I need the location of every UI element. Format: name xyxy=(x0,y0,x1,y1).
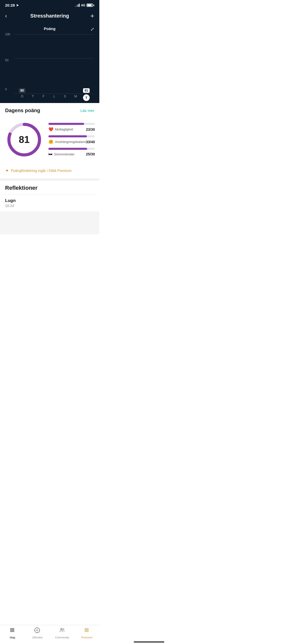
mottaglighet-icon: ❤️ xyxy=(48,127,53,132)
metric-anstrangningsbalans-fill xyxy=(48,135,87,137)
expand-icon[interactable]: ⤢ xyxy=(90,26,94,32)
add-button[interactable]: + xyxy=(85,12,94,20)
metric-somnmonster-fill xyxy=(48,148,87,150)
bar-s: 0 xyxy=(60,88,70,94)
signal-icon xyxy=(75,4,80,7)
x-label-s: S xyxy=(60,94,70,101)
x-label-t2: T xyxy=(81,94,92,101)
bar-chart: 100 50 0 80 0 0 xyxy=(5,32,94,103)
y-label-100: 100 xyxy=(5,33,10,36)
metric-mottaglighet-fill xyxy=(48,123,84,125)
battery-icon xyxy=(87,4,94,7)
y-label-50: 50 xyxy=(5,58,8,62)
premium-link[interactable]: ✦ Poängfördelning ingår i Fitbit Premium xyxy=(0,165,99,179)
metric-anstrangningsbalans-info: 🤗 Ansträngningsbalans 33/40 xyxy=(48,139,95,144)
premium-dots-icon: ✦ xyxy=(5,168,9,173)
location-icon: ➤ xyxy=(16,3,19,7)
x-label-m: M xyxy=(70,94,81,101)
bar-m: 0 xyxy=(70,88,81,94)
page-header: ‹ Stresshantering + xyxy=(0,9,99,24)
bottom-spacer xyxy=(0,211,99,234)
reflection-item-lugn: Lugn 18:24 xyxy=(5,194,94,211)
bar-l: 0 xyxy=(49,88,60,94)
network-type: 4G xyxy=(81,3,85,7)
dagens-poang-title: Dagens poäng xyxy=(5,108,40,113)
metric-mottaglighet: ❤️ Mottaglighet 23/30 xyxy=(48,123,95,132)
x-label-t1: T xyxy=(28,94,38,101)
metric-somnmonster-info: 🛏 Sömnmönster 25/30 xyxy=(48,152,95,156)
metric-mottaglighet-info: ❤️ Mottaglighet 23/30 xyxy=(48,127,95,132)
reflection-name: Lugn xyxy=(5,198,94,203)
metric-anstrangningsbalans-bar xyxy=(48,135,95,137)
y-label-0: 0 xyxy=(5,87,7,91)
chart-title: Poäng xyxy=(5,26,94,31)
chart-section: Poäng ⤢ 100 50 0 80 0 0 xyxy=(0,24,99,103)
read-more-link[interactable]: Läs mer xyxy=(80,108,94,113)
status-bar: 20:28 ➤ 4G xyxy=(0,0,99,9)
somnmonster-icon: 🛏 xyxy=(48,152,52,156)
donut-score: 81 xyxy=(19,134,30,145)
metric-mottaglighet-bar xyxy=(48,123,95,125)
bar-t1: 0 xyxy=(28,88,38,94)
metric-somnmonster-bar xyxy=(48,148,95,150)
status-time-area: 20:28 ➤ xyxy=(5,3,19,7)
bar-f: 0 xyxy=(38,88,49,94)
anstrangningsbalans-value: 33/40 xyxy=(86,140,95,144)
chart-bars-container: 80 0 0 0 0 xyxy=(14,32,94,94)
chart-x-labels: O T F L S M T xyxy=(14,94,94,101)
bar-t2: 81 xyxy=(81,88,92,94)
dagens-poang-header: Dagens poäng Läs mer xyxy=(0,103,99,116)
somnmonster-value: 25/30 xyxy=(86,152,95,156)
reflektioner-section: Reflektioner Lugn 18:24 xyxy=(0,181,99,211)
section-separator xyxy=(0,179,99,181)
donut-chart: 81 xyxy=(5,121,43,159)
score-card: 81 ❤️ Mottaglighet 23/30 xyxy=(0,116,99,165)
bar-t2-value: 81 xyxy=(83,88,89,93)
page-title: Stresshantering xyxy=(30,13,69,19)
mottaglighet-label: Mottaglighet xyxy=(55,127,73,131)
somnmonster-label: Sömnmönster xyxy=(54,152,75,156)
metric-anstrangningsbalans: 🤗 Ansträngningsbalans 33/40 xyxy=(48,135,95,144)
x-label-f: F xyxy=(38,94,49,101)
metric-somnmonster: 🛏 Sömnmönster 25/30 xyxy=(48,148,95,156)
bar-o-value: 80 xyxy=(19,88,25,93)
mottaglighet-value: 23/30 xyxy=(86,127,95,131)
reflection-time: 18:24 xyxy=(5,204,94,208)
metrics-list: ❤️ Mottaglighet 23/30 🤗 Ansträngningsbal… xyxy=(48,123,95,156)
back-button[interactable]: ‹ xyxy=(5,13,14,19)
status-indicators: 4G xyxy=(75,3,94,7)
anstrangningsbalans-icon: 🤗 xyxy=(48,139,53,144)
main-content: Dagens poäng Läs mer 81 ❤️ xyxy=(0,103,99,234)
premium-link-text: Poängfördelning ingår i Fitbit Premium xyxy=(11,169,72,173)
bar-o: 80 xyxy=(17,88,28,94)
x-label-o: O xyxy=(17,94,28,101)
anstrangningsbalans-label: Ansträngningsbalans xyxy=(55,140,86,144)
time-display: 20:28 xyxy=(5,3,15,7)
reflektioner-title: Reflektioner xyxy=(5,185,94,191)
x-label-l: L xyxy=(49,94,60,101)
